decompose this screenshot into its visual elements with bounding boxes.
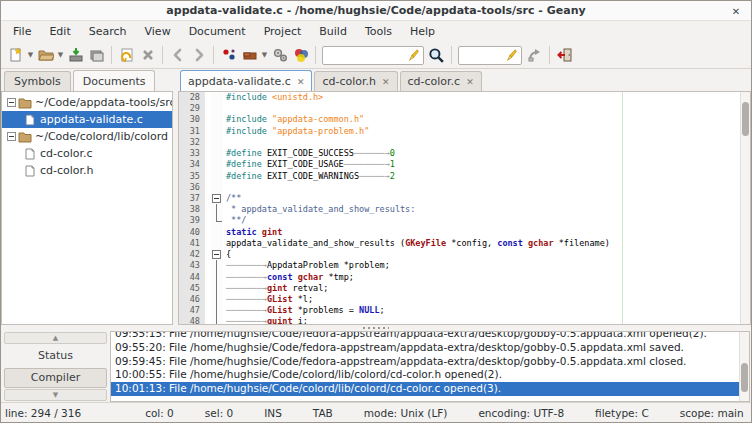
code-line: 46───────→GList *l; — [179, 294, 750, 305]
code-text: **/ — [223, 215, 246, 226]
status-message-row[interactable]: 10:00:55: File /home/hughsie/Code/colord… — [111, 368, 739, 382]
code-line: 42{ — [179, 249, 750, 260]
tree-folder-row[interactable]: ~/Code/colord/lib/colord — [2, 128, 172, 145]
tabs-scroll-up-icon[interactable]: ▲ — [4, 332, 107, 344]
goto-line-entry — [458, 46, 522, 65]
message-tab-compiler[interactable]: Compiler — [4, 368, 107, 389]
tree-file-row[interactable]: cd-color.h — [2, 162, 172, 179]
menu-view[interactable]: View — [136, 21, 180, 42]
sidebar-tab-documents[interactable]: Documents — [73, 70, 156, 91]
menu-build[interactable]: Build — [310, 21, 356, 42]
status-encoding: encoding: UTF-8 — [478, 407, 564, 419]
expander-icon[interactable] — [6, 132, 17, 141]
message-tab-status[interactable]: Status — [4, 345, 107, 366]
build-dropdown-icon[interactable]: ▼ — [260, 44, 269, 66]
code-text: #include "appdata-common.h" — [223, 114, 364, 125]
fold-margin — [211, 137, 223, 148]
tab-close-icon[interactable]: ✕ — [466, 77, 474, 87]
toolbar-separator — [162, 46, 163, 64]
status-eol-mode: mode: Unix (LF) — [364, 407, 448, 419]
navigate-back-button[interactable] — [167, 44, 188, 66]
color-chooser-button[interactable] — [290, 44, 311, 66]
code-line: 39 **/ — [179, 215, 750, 226]
save-button[interactable] — [65, 44, 86, 66]
editor-tab-cd-color.h[interactable]: cd-color.h✕ — [314, 71, 397, 91]
new-document-dropdown-icon[interactable]: ▼ — [26, 44, 35, 66]
menu-project[interactable]: Project — [255, 21, 311, 42]
status-message-row[interactable]: 09:59:45: File /home/hughsie/Code/fedora… — [111, 355, 739, 369]
editor-tab-appdata-validate.c[interactable]: appdata-validate.c✕ — [180, 70, 312, 91]
fold-margin[interactable] — [211, 249, 223, 260]
menu-file[interactable]: File — [4, 21, 40, 42]
status-col: col: 0 — [145, 407, 174, 419]
editor-scrollbar[interactable] — [740, 92, 750, 324]
search-input[interactable] — [326, 49, 406, 62]
menu-document[interactable]: Document — [180, 21, 255, 42]
menu-help[interactable]: Help — [401, 21, 444, 42]
editor-tab-cd-color.c[interactable]: cd-color.c✕ — [400, 71, 482, 91]
fold-margin — [211, 182, 223, 193]
sidebar-tab-symbols[interactable]: Symbols — [4, 71, 71, 91]
window-close-icon[interactable]: ✕ — [729, 4, 743, 18]
save-all-button[interactable] — [86, 44, 107, 66]
code-line: 31#include "appdata-problem.h" — [179, 126, 750, 137]
code-text: static gint — [223, 227, 282, 238]
fold-margin[interactable] — [211, 193, 223, 204]
compile-button[interactable] — [218, 44, 239, 66]
code-text — [223, 182, 226, 193]
fold-margin — [211, 272, 223, 283]
expander-icon[interactable] — [6, 98, 17, 107]
code-line: 36 — [179, 182, 750, 193]
message-scrollbar-thumb[interactable] — [741, 363, 748, 392]
editor-scrollbar-thumb[interactable] — [742, 102, 749, 136]
message-scrollbar[interactable] — [739, 332, 749, 401]
folder-icon — [17, 97, 33, 109]
sidebar: SymbolsDocuments ~/Code/appdata-tools/sr… — [1, 69, 173, 325]
code-text: ───────→GList *l; — [223, 294, 313, 305]
tree-file-row[interactable]: cd-color.c — [2, 145, 172, 162]
status-message-row[interactable]: 09:55:15: File /home/hughsie/Code/fedora… — [111, 331, 739, 341]
fold-collapse-icon[interactable] — [212, 194, 221, 203]
fold-margin — [211, 283, 223, 294]
file-icon — [22, 114, 38, 126]
open-file-dropdown-icon[interactable]: ▼ — [56, 44, 65, 66]
splitter-handle[interactable] — [363, 327, 389, 329]
menu-edit[interactable]: Edit — [40, 21, 79, 42]
goto-line-input[interactable] — [462, 49, 504, 62]
menu-tools[interactable]: Tools — [356, 21, 401, 42]
tree-file-row[interactable]: appdata-validate.c — [2, 111, 172, 128]
revert-button[interactable] — [116, 44, 137, 66]
tabs-scroll-down-icon[interactable]: ▼ — [4, 389, 107, 401]
geany-window: appdata-validate.c - /home/hughsie/Code/… — [0, 0, 752, 423]
long-line-marker — [622, 92, 623, 324]
code-text: #include <unistd.h> — [223, 92, 323, 103]
code-text: #define EXIT_CODE_SUCCESS──────→0 — [223, 148, 395, 159]
menu-search[interactable]: Search — [80, 21, 136, 42]
titlebar: appdata-validate.c - /home/hughsie/Code/… — [1, 1, 751, 21]
find-button[interactable] — [426, 44, 447, 66]
new-document-button[interactable] — [5, 44, 26, 66]
goto-line-button[interactable] — [524, 44, 545, 66]
run-button[interactable] — [269, 44, 290, 66]
status-message-row[interactable]: 10:01:13: File /home/hughsie/Code/colord… — [111, 382, 739, 396]
code-line: 43───────→AppdataProblem *problem; — [179, 260, 750, 271]
navigate-forward-button[interactable] — [188, 44, 209, 66]
tab-close-icon[interactable]: ✕ — [297, 77, 305, 87]
tree-folder-row[interactable]: ~/Code/appdata-tools/src — [2, 94, 172, 111]
quit-button[interactable] — [554, 44, 575, 66]
build-button[interactable] — [239, 44, 260, 66]
open-file-button[interactable] — [35, 44, 56, 66]
code-line: 44───────→const gchar *tmp; — [179, 272, 750, 283]
status-message-list[interactable]: 09:55:15: File /home/hughsie/Code/fedora… — [110, 331, 750, 402]
file-icon — [22, 165, 38, 177]
code-editor[interactable]: 28#include <unistd.h>2930#include "appda… — [178, 91, 751, 325]
clear-search-icon[interactable] — [406, 48, 420, 62]
fold-collapse-icon[interactable] — [212, 250, 221, 259]
clear-goto-icon[interactable] — [504, 48, 518, 62]
tab-close-icon[interactable]: ✕ — [382, 77, 390, 87]
status-message-row[interactable]: 09:55:20: File /home/hughsie/Code/fedora… — [111, 341, 739, 355]
close-document-button[interactable] — [137, 44, 158, 66]
code-line: 40static gint — [179, 227, 750, 238]
line-number: 41 — [179, 238, 205, 249]
code-text: ───────→const gchar *tmp; — [223, 272, 354, 283]
